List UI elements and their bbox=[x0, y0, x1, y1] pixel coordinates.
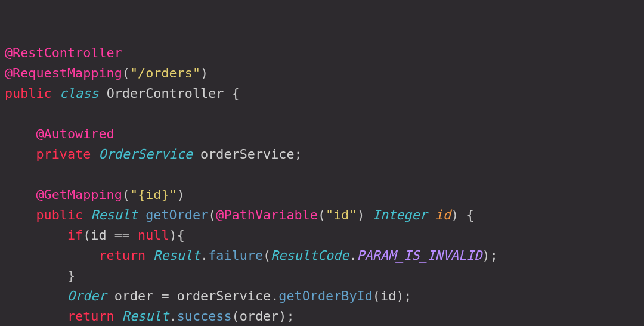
paren-open: ( bbox=[122, 66, 130, 80]
line-1: @RestController bbox=[5, 45, 122, 60]
constant-param-is-invalid: PARAM_IS_INVALID bbox=[357, 248, 482, 263]
line-13: Order order = orderService.getOrderById(… bbox=[5, 288, 411, 303]
field-orderservice: orderService bbox=[200, 147, 294, 162]
line-12: } bbox=[5, 268, 75, 283]
annotation-requestmapping: @RequestMapping bbox=[5, 66, 122, 80]
annotation-restcontroller: @RestController bbox=[5, 45, 122, 60]
annotation-pathvariable: @PathVariable bbox=[216, 207, 318, 222]
method-getorder: getOrder bbox=[145, 207, 208, 222]
arg-order: order bbox=[240, 309, 279, 324]
type-result: Result bbox=[91, 207, 138, 222]
line-3: public class OrderController { bbox=[5, 86, 240, 101]
class-name: OrderController bbox=[107, 86, 224, 101]
operator-eq: == bbox=[114, 228, 130, 243]
string-literal: "/orders" bbox=[130, 66, 200, 80]
brace-open: { bbox=[466, 207, 474, 222]
semicolon: ; bbox=[490, 248, 498, 263]
var-id: id bbox=[91, 228, 106, 243]
var-order: order bbox=[114, 288, 154, 303]
type-integer: Integer bbox=[373, 207, 428, 222]
annotation-autowired: @Autowired bbox=[36, 126, 114, 141]
type-result: Result bbox=[122, 309, 169, 324]
keyword-return: return bbox=[67, 309, 114, 324]
operator-assign: = bbox=[161, 288, 169, 303]
keyword-private: private bbox=[36, 147, 91, 162]
line-2: @RequestMapping("/orders") bbox=[5, 66, 208, 80]
code-block: @RestController @RequestMapping("/orders… bbox=[5, 43, 639, 326]
line-10: if(id == null){ bbox=[5, 228, 185, 243]
brace-open: { bbox=[177, 228, 185, 243]
semicolon: ; bbox=[286, 309, 294, 324]
type-orderservice: OrderService bbox=[99, 147, 193, 162]
brace-open: { bbox=[232, 86, 240, 101]
paren-close: ) bbox=[200, 66, 208, 80]
line-6: private OrderService orderService; bbox=[5, 147, 302, 162]
var-orderservice: orderService bbox=[177, 288, 271, 303]
method-failure: failure bbox=[208, 248, 263, 263]
annotation-getmapping: @GetMapping bbox=[36, 187, 122, 202]
keyword-return: return bbox=[98, 248, 145, 263]
line-9: public Result getOrder(@PathVariable("id… bbox=[5, 207, 474, 222]
method-getorderbyid: getOrderById bbox=[278, 288, 372, 303]
line-5: @Autowired bbox=[5, 126, 114, 141]
type-order: Order bbox=[67, 288, 107, 303]
string-literal: "{id}" bbox=[130, 187, 177, 202]
keyword-public: public bbox=[5, 86, 52, 101]
brace-close: } bbox=[67, 268, 75, 283]
keyword-class: class bbox=[60, 86, 99, 101]
type-resultcode: ResultCode bbox=[271, 248, 349, 263]
line-11: return Result.failure(ResultCode.PARAM_I… bbox=[5, 248, 498, 263]
string-literal: "id" bbox=[326, 207, 357, 222]
param-id: id bbox=[435, 207, 451, 222]
arg-id: id bbox=[380, 288, 396, 303]
semicolon: ; bbox=[404, 288, 411, 303]
line-14: return Result.success(order); bbox=[5, 309, 295, 324]
keyword-null: null bbox=[138, 228, 169, 243]
type-result: Result bbox=[153, 248, 200, 263]
line-8: @GetMapping("{id}") bbox=[5, 187, 185, 202]
method-success: success bbox=[177, 309, 232, 324]
semicolon: ; bbox=[295, 147, 302, 162]
keyword-if: if bbox=[67, 228, 83, 243]
keyword-public: public bbox=[36, 207, 83, 222]
